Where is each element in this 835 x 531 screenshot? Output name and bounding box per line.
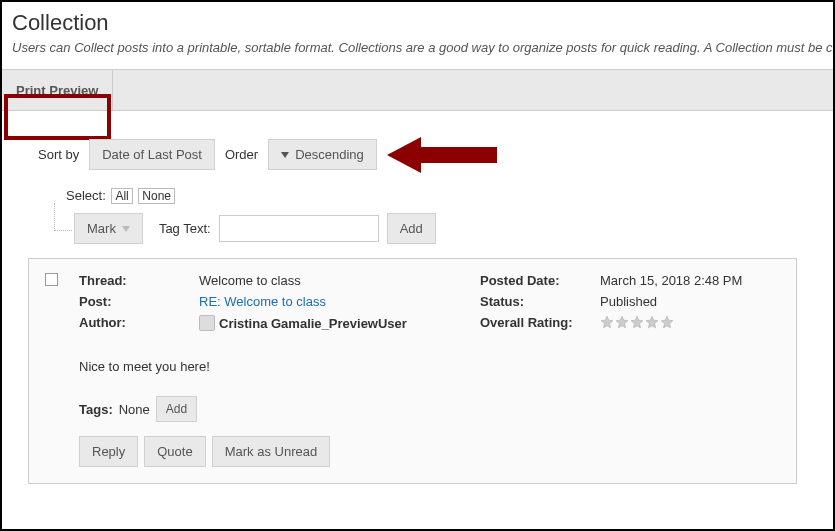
tags-add-button[interactable]: Add bbox=[156, 396, 197, 422]
annotation-arrow bbox=[387, 141, 497, 169]
mark-button[interactable]: Mark bbox=[74, 213, 143, 244]
sort-by-label: Sort by bbox=[38, 147, 79, 162]
tree-connector bbox=[54, 203, 72, 231]
posted-date-value: March 15, 2018 2:48 PM bbox=[600, 273, 742, 288]
reply-button[interactable]: Reply bbox=[79, 436, 138, 467]
rating-label: Overall Rating: bbox=[480, 315, 600, 330]
status-label: Status: bbox=[480, 294, 600, 309]
order-label: Order bbox=[225, 147, 258, 162]
post-checkbox[interactable] bbox=[45, 273, 58, 286]
post-label: Post: bbox=[79, 294, 199, 309]
star-icon bbox=[615, 315, 629, 329]
quote-button[interactable]: Quote bbox=[144, 436, 205, 467]
post-link[interactable]: RE: Welcome to class bbox=[199, 294, 326, 309]
chevron-down-icon bbox=[122, 226, 130, 232]
select-label: Select: bbox=[66, 188, 106, 203]
tab-bar: Print Preview bbox=[2, 69, 833, 111]
tag-add-button[interactable]: Add bbox=[387, 213, 436, 244]
author-label: Author: bbox=[79, 315, 199, 331]
star-icon bbox=[600, 315, 614, 329]
status-value: Published bbox=[600, 294, 657, 309]
page-subtitle: Users can Collect posts into a printable… bbox=[12, 40, 823, 55]
select-none-link[interactable]: None bbox=[138, 188, 175, 204]
order-button[interactable]: Descending bbox=[268, 139, 377, 170]
tag-text-input[interactable] bbox=[219, 215, 379, 242]
thread-label: Thread: bbox=[79, 273, 199, 288]
post-body: Nice to meet you here! bbox=[79, 359, 780, 374]
select-all-link[interactable]: All bbox=[111, 188, 132, 204]
thread-value: Welcome to class bbox=[199, 273, 301, 288]
post-card: Thread: Welcome to class Post: RE: Welco… bbox=[28, 258, 797, 484]
tags-label: Tags: bbox=[79, 402, 113, 417]
tag-text-label: Tag Text: bbox=[159, 221, 211, 236]
avatar-icon bbox=[199, 315, 215, 331]
sort-by-button[interactable]: Date of Last Post bbox=[89, 139, 215, 170]
posted-date-label: Posted Date: bbox=[480, 273, 600, 288]
order-value: Descending bbox=[295, 147, 364, 162]
star-icon bbox=[660, 315, 674, 329]
mark-label: Mark bbox=[87, 221, 116, 236]
page-title: Collection bbox=[12, 10, 823, 36]
chevron-down-icon bbox=[281, 152, 289, 158]
author-value: Cristina Gamalie_PreviewUser bbox=[199, 315, 407, 331]
mark-as-unread-button[interactable]: Mark as Unread bbox=[212, 436, 330, 467]
star-icon bbox=[630, 315, 644, 329]
tags-value: None bbox=[119, 402, 150, 417]
rating-stars bbox=[600, 315, 674, 330]
star-icon bbox=[645, 315, 659, 329]
